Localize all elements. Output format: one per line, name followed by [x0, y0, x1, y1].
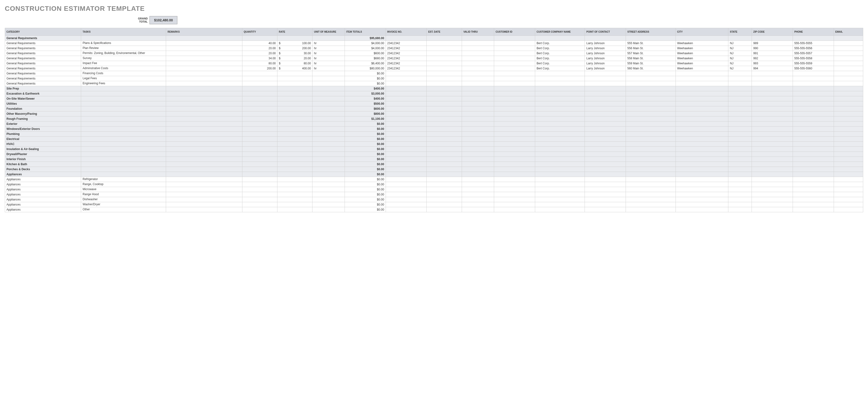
cell-zip[interactable]: [752, 177, 793, 182]
cell-quantity[interactable]: [242, 142, 277, 147]
table-row[interactable]: General RequirementsPlans & Specificatio…: [5, 41, 863, 46]
cell-zip[interactable]: [752, 142, 793, 147]
cell-quantity[interactable]: [242, 111, 277, 116]
cell-item-totals[interactable]: $600.00: [345, 106, 385, 111]
cell-tasks[interactable]: [81, 147, 166, 152]
cell-quantity[interactable]: [242, 137, 277, 142]
cell-zip[interactable]: [752, 167, 793, 172]
cell-state[interactable]: [728, 111, 752, 116]
cell-tasks[interactable]: [81, 167, 166, 172]
cell-invoice-no[interactable]: [385, 86, 427, 91]
cell-remarks[interactable]: [166, 86, 242, 91]
cell-invoice-no[interactable]: [385, 96, 427, 101]
cell-customer-id[interactable]: [494, 66, 535, 71]
cell-category[interactable]: General Requirements: [5, 66, 81, 71]
table-row[interactable]: AppliancesOther$0.00: [5, 207, 863, 212]
cell-tasks[interactable]: Range, Cooktop: [81, 182, 166, 187]
cell-category[interactable]: Site Prep: [5, 86, 81, 91]
cell-zip[interactable]: [752, 121, 793, 126]
cell-city[interactable]: [676, 187, 728, 192]
cell-est-date[interactable]: [427, 66, 462, 71]
cell-remarks[interactable]: [166, 116, 242, 121]
cell-customer-id[interactable]: [494, 116, 535, 121]
cell-street[interactable]: [626, 111, 676, 116]
cell-state[interactable]: [728, 202, 752, 207]
cell-customer-id[interactable]: [494, 76, 535, 81]
cell-invoice-no[interactable]: [385, 172, 427, 177]
cell-est-date[interactable]: [427, 36, 462, 41]
cell-company[interactable]: [535, 111, 585, 116]
cell-customer-id[interactable]: [494, 172, 535, 177]
cell-state[interactable]: [728, 106, 752, 111]
cell-street[interactable]: [626, 157, 676, 162]
cell-est-date[interactable]: [427, 106, 462, 111]
cell-city[interactable]: [676, 81, 728, 86]
cell-unit[interactable]: [312, 162, 345, 167]
cell-est-date[interactable]: [427, 51, 462, 56]
cell-poc[interactable]: Larry Johnson: [585, 41, 626, 46]
cell-quantity[interactable]: 40.00: [242, 41, 277, 46]
cell-customer-id[interactable]: [494, 101, 535, 106]
cell-email[interactable]: [834, 202, 863, 207]
cell-company[interactable]: [535, 121, 585, 126]
cell-est-date[interactable]: [427, 142, 462, 147]
cell-category[interactable]: Appliances: [5, 177, 81, 182]
table-row[interactable]: Foundation$600.00: [5, 106, 863, 111]
cell-tasks[interactable]: Microwave: [81, 187, 166, 192]
cell-est-date[interactable]: [427, 46, 462, 51]
cell-email[interactable]: [834, 66, 863, 71]
cell-category[interactable]: Porches & Decks: [5, 167, 81, 172]
cell-item-totals[interactable]: $680.00: [345, 56, 385, 61]
cell-quantity[interactable]: [242, 192, 277, 197]
cell-valid-thru[interactable]: [462, 197, 494, 202]
cell-street[interactable]: [626, 126, 676, 131]
cell-poc[interactable]: [585, 101, 626, 106]
table-row[interactable]: AppliancesRange Hood$0.00: [5, 192, 863, 197]
cell-unit[interactable]: [312, 101, 345, 106]
cell-phone[interactable]: [793, 162, 834, 167]
cell-phone[interactable]: [793, 207, 834, 212]
cell-valid-thru[interactable]: [462, 142, 494, 147]
cell-city[interactable]: [676, 91, 728, 96]
cell-invoice-no[interactable]: [385, 187, 427, 192]
cell-state[interactable]: [728, 91, 752, 96]
cell-email[interactable]: [834, 76, 863, 81]
cell-invoice-no[interactable]: 23412342: [385, 61, 427, 66]
cell-phone[interactable]: [793, 36, 834, 41]
cell-phone[interactable]: [793, 116, 834, 121]
cell-valid-thru[interactable]: [462, 152, 494, 157]
cell-tasks[interactable]: Adminstrative Costs: [81, 66, 166, 71]
cell-tasks[interactable]: [81, 116, 166, 121]
cell-street[interactable]: [626, 121, 676, 126]
cell-valid-thru[interactable]: [462, 121, 494, 126]
cell-company[interactable]: [535, 91, 585, 96]
cell-quantity[interactable]: [242, 207, 277, 212]
cell-remarks[interactable]: [166, 36, 242, 41]
cell-quantity[interactable]: [242, 36, 277, 41]
cell-item-totals[interactable]: $0.00: [345, 177, 385, 182]
cell-remarks[interactable]: [166, 152, 242, 157]
table-row[interactable]: Other Masonry/Paving$800.00: [5, 111, 863, 116]
cell-city[interactable]: [676, 71, 728, 76]
cell-zip[interactable]: [752, 202, 793, 207]
cell-item-totals[interactable]: $80,000.00: [345, 66, 385, 71]
cell-category[interactable]: Appliances: [5, 172, 81, 177]
cell-quantity[interactable]: [242, 126, 277, 131]
table-row[interactable]: HVAC$0.00: [5, 142, 863, 147]
cell-email[interactable]: [834, 167, 863, 172]
cell-customer-id[interactable]: [494, 152, 535, 157]
cell-zip[interactable]: [752, 172, 793, 177]
cell-zip[interactable]: [752, 207, 793, 212]
cell-unit[interactable]: hr: [312, 61, 345, 66]
cell-phone[interactable]: [793, 101, 834, 106]
cell-poc[interactable]: [585, 192, 626, 197]
cell-unit[interactable]: [312, 142, 345, 147]
cell-quantity[interactable]: [242, 96, 277, 101]
cell-poc[interactable]: [585, 116, 626, 121]
cell-phone[interactable]: 555-555-5557: [793, 51, 834, 56]
cell-state[interactable]: [728, 76, 752, 81]
cell-email[interactable]: [834, 187, 863, 192]
cell-street[interactable]: [626, 86, 676, 91]
cell-rate[interactable]: [277, 126, 312, 131]
cell-remarks[interactable]: [166, 131, 242, 137]
